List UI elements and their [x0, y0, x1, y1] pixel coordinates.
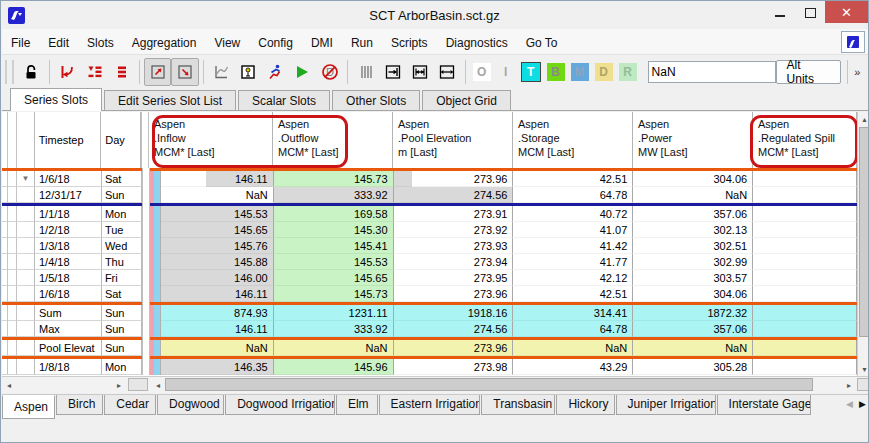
value-cell[interactable]: 146.00	[161, 270, 274, 286]
scroll-up-icon[interactable]: ▲	[858, 112, 869, 126]
day-cell[interactable]: Wed	[102, 238, 142, 254]
value-cell[interactable]: NaN	[274, 340, 394, 356]
value-cell[interactable]: 273.93	[394, 238, 514, 254]
value-cell[interactable]: 1231.11	[274, 305, 394, 321]
value-cell[interactable]: 145.73	[274, 286, 394, 302]
timestep-cell[interactable]: Pool Elevat	[35, 340, 102, 356]
value-cell[interactable]: 64.78	[513, 321, 633, 337]
day-cell[interactable]: Tue	[102, 222, 142, 238]
value-cell[interactable]	[753, 270, 857, 286]
value-cell[interactable]: 41.07	[513, 222, 633, 238]
value-cell[interactable]: 302.13	[633, 222, 753, 238]
menu-item-run[interactable]: Run	[342, 32, 382, 54]
column-header-aspen-power[interactable]: Aspen.PowerMW [Last]	[633, 112, 753, 168]
value-cell[interactable]	[753, 254, 857, 270]
vertical-scrollbar-thumb[interactable]	[859, 127, 869, 337]
timestep-cell[interactable]: 1/2/18	[35, 222, 102, 238]
value-cell[interactable]: 273.96	[394, 286, 514, 302]
value-cell[interactable]: 357.06	[633, 206, 753, 222]
timestep-cell[interactable]: 1/1/18	[35, 206, 102, 222]
value-cell[interactable]: 273.91	[394, 206, 514, 222]
alt-units-button[interactable]: Alt Units	[776, 60, 841, 84]
value-cell[interactable]: 145.65	[274, 270, 394, 286]
scroll-to-date-button[interactable]	[81, 58, 108, 86]
show-selected-button[interactable]	[108, 58, 135, 86]
value-cell[interactable]: 146.11	[161, 286, 274, 302]
timestep-column-header[interactable]: Timestep	[35, 112, 102, 168]
menu-item-go-to[interactable]: Go To	[517, 32, 567, 54]
menu-item-edit[interactable]: Edit	[39, 32, 78, 54]
value-cell[interactable]: NaN	[161, 340, 274, 356]
view-tab-edit-series-slot-list[interactable]: Edit Series Slot List	[104, 90, 236, 111]
day-cell[interactable]: Sun	[102, 321, 142, 337]
flag-b-button[interactable]: B	[547, 63, 565, 81]
day-cell[interactable]: Sat	[102, 286, 142, 302]
value-cell[interactable]: NaN	[513, 340, 633, 356]
value-cell[interactable]	[753, 222, 857, 238]
value-cell[interactable]	[753, 206, 857, 222]
value-cell[interactable]: 302.51	[633, 238, 753, 254]
value-cell[interactable]	[753, 305, 857, 321]
value-cell[interactable]: 41.77	[513, 254, 633, 270]
timestep-cell[interactable]: 1/5/18	[35, 270, 102, 286]
value-cell[interactable]	[753, 171, 857, 187]
day-cell[interactable]: Sun	[102, 187, 142, 203]
column-width-lines-button[interactable]	[352, 58, 379, 86]
value-cell[interactable]	[753, 359, 857, 375]
value-cell[interactable]: 145.53	[161, 206, 274, 222]
column-header-aspen-inflow[interactable]: Aspen.InflowMCM* [Last]	[149, 112, 273, 168]
value-cell[interactable]: 145.30	[274, 222, 394, 238]
menu-item-file[interactable]: File	[2, 32, 39, 54]
flag-i-button[interactable]: I	[497, 63, 515, 81]
value-cell[interactable]: 42.51	[513, 171, 633, 187]
value-cell[interactable]: 145.65	[161, 222, 274, 238]
collapse-aggregation-button[interactable]	[171, 58, 198, 86]
sheet-tab-cedar[interactable]: Cedar	[104, 395, 156, 415]
fit-column-button[interactable]	[379, 58, 406, 86]
toolbar-grip[interactable]	[5, 60, 14, 84]
view-tab-series-slots[interactable]: Series Slots	[10, 88, 102, 111]
flag-o-button[interactable]: O	[473, 63, 491, 81]
sheet-tab-juniper-irrigation[interactable]: Juniper Irrigation	[616, 395, 716, 415]
value-cell[interactable]: 145.41	[274, 238, 394, 254]
horizontal-scrollbar-thumb[interactable]	[165, 378, 813, 391]
value-cell[interactable]	[753, 286, 857, 302]
value-cell[interactable]: 303.57	[633, 270, 753, 286]
value-cell[interactable]: 146.11	[161, 321, 274, 337]
run-control-button[interactable]	[262, 58, 289, 86]
title-bar[interactable]: SCT ArborBasin.sct.gz ✕	[1, 1, 868, 29]
vertical-scrollbar[interactable]: ▲ ▼	[857, 112, 869, 376]
stop-run-button[interactable]: D	[316, 58, 343, 86]
aggregation-expander-icon[interactable]: ▼	[17, 171, 35, 187]
value-cell[interactable]: 274.56	[394, 321, 514, 337]
value-cell[interactable]: 1872.32	[633, 305, 753, 321]
flag-d-button[interactable]: D	[595, 63, 613, 81]
sheet-tab-transbasin[interactable]: Transbasin	[481, 395, 555, 415]
value-cell[interactable]: 40.72	[513, 206, 633, 222]
value-cell[interactable]: 333.92	[274, 187, 394, 203]
minimize-button[interactable]	[765, 1, 795, 23]
day-column-header[interactable]: Day	[101, 112, 141, 168]
goto-slot-button[interactable]	[54, 58, 81, 86]
value-cell[interactable]: 146.35	[161, 359, 274, 375]
sheet-tab-hickory[interactable]: Hickory	[556, 395, 614, 415]
menu-item-view[interactable]: View	[205, 32, 249, 54]
day-cell[interactable]: Mon	[102, 359, 142, 375]
menu-item-scripts[interactable]: Scripts	[382, 32, 437, 54]
day-cell[interactable]: Mon	[102, 206, 142, 222]
menu-item-diagnostics[interactable]: Diagnostics	[437, 32, 517, 54]
column-header-aspen-outflow[interactable]: Aspen.OutflowMCM* [Last]	[273, 112, 393, 168]
value-cell[interactable]: 333.92	[274, 321, 394, 337]
timestep-cell[interactable]: 12/31/17	[35, 187, 102, 203]
frozen-scroll-left-icon[interactable]: ◂	[2, 377, 16, 393]
value-cell[interactable]: 41.42	[513, 238, 633, 254]
value-cell[interactable]: 302.99	[633, 254, 753, 270]
main-scroll-left-icon[interactable]: ◂	[151, 377, 165, 393]
value-cell[interactable]: 273.92	[394, 222, 514, 238]
sheet-tab-dogwood-irrigation[interactable]: Dogwood Irrigation	[225, 395, 335, 415]
value-cell[interactable]: 43.29	[513, 359, 633, 375]
view-tab-scalar-slots[interactable]: Scalar Slots	[238, 90, 330, 111]
day-cell[interactable]: Sat	[102, 171, 142, 187]
value-cell[interactable]: 874.93	[161, 305, 274, 321]
view-tab-other-slots[interactable]: Other Slots	[332, 90, 420, 111]
